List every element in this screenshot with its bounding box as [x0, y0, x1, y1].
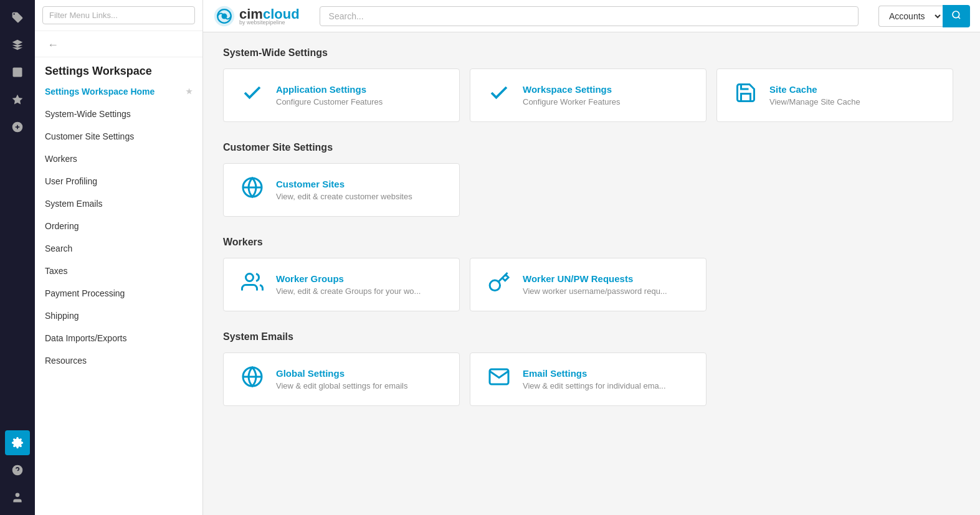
sidebar-filter-area [35, 0, 202, 31]
card-desc-2-0: View, edit & create Groups for your wo..… [276, 286, 421, 296]
filter-menu-input[interactable] [42, 6, 195, 24]
card-2-0[interactable]: Worker GroupsView, edit & create Groups … [223, 258, 460, 311]
card-1-0[interactable]: Customer SitesView, edit & create custom… [223, 163, 460, 217]
section-3: System EmailsGlobal SettingsView & edit … [223, 331, 960, 406]
svg-point-15 [953, 11, 959, 18]
sidebar-item[interactable]: Resources [35, 349, 202, 372]
settings-nav-icon[interactable] [5, 430, 30, 455]
logo: cimcloud by websitepipeline [213, 5, 300, 27]
checkmark-icon [485, 82, 513, 109]
sidebar-item[interactable]: Payment Processing [35, 282, 202, 305]
content-area: System-Wide SettingsApplication Settings… [203, 32, 980, 515]
cards-row-1: Customer SitesView, edit & create custom… [223, 163, 960, 217]
card-content-0-1: Workspace SettingsConfigure Worker Featu… [523, 84, 621, 106]
card-desc-0-0: Configure Customer Features [276, 97, 383, 106]
card-content-2-1: Worker UN/PW RequestsView worker usernam… [523, 273, 667, 296]
logo-icon [213, 5, 235, 27]
svg-point-11 [16, 493, 20, 498]
card-0-1[interactable]: Workspace SettingsConfigure Worker Featu… [470, 69, 706, 122]
floppy-icon [732, 82, 759, 109]
sidebar-item[interactable]: Workers [35, 148, 202, 170]
section-title-1: Customer Site Settings [223, 142, 960, 153]
key-icon [485, 271, 513, 298]
card-desc-3-0: View & edit global settings for emails [276, 381, 407, 390]
card-title-0-2: Site Cache [769, 84, 860, 95]
sidebar-title: Settings Workspace [35, 57, 202, 80]
sidebar-item[interactable]: Shipping [35, 305, 202, 327]
add-nav-icon[interactable] [5, 115, 30, 139]
card-title-0-0: Application Settings [276, 84, 383, 95]
section-0: System-Wide SettingsApplication Settings… [223, 47, 960, 122]
sidebar-back-button[interactable]: ← [42, 36, 64, 54]
sidebar-item[interactable]: Taxes [35, 260, 202, 282]
section-title-0: System-Wide Settings [223, 47, 960, 59]
section-1: Customer Site SettingsCustomer SitesView… [223, 142, 960, 217]
global-search-input[interactable] [320, 6, 859, 26]
section-title-3: System Emails [223, 331, 960, 343]
search-icon [951, 10, 961, 20]
card-0-2[interactable]: Site CacheView/Manage Site Cache [716, 69, 953, 122]
sidebar-item[interactable]: System-Wide Settings [35, 103, 202, 125]
cards-row-0: Application SettingsConfigure Customer F… [223, 69, 960, 122]
accounts-dropdown[interactable]: Accounts [878, 6, 943, 27]
svg-point-19 [246, 274, 254, 281]
section-2: WorkersWorker GroupsView, edit & create … [223, 237, 960, 311]
card-title-0-1: Workspace Settings [523, 84, 621, 95]
star-nav-icon[interactable] [5, 87, 30, 112]
card-2-1[interactable]: Worker UN/PW RequestsView worker usernam… [470, 258, 706, 311]
sidebar-item[interactable]: Customer Site Settings [35, 125, 202, 148]
sidebar-item[interactable]: User Profiling [35, 170, 202, 192]
card-desc-0-1: Configure Worker Features [523, 97, 621, 106]
card-3-0[interactable]: Global SettingsView & edit global settin… [223, 352, 460, 406]
card-desc-2-1: View worker username/password requ... [523, 286, 667, 296]
card-title-3-0: Global Settings [276, 368, 407, 379]
section-title-2: Workers [223, 237, 960, 248]
sidebar-item[interactable]: Settings Workspace Home★ [35, 80, 202, 103]
sidebar-menu: Settings Workspace Home★System-Wide Sett… [35, 80, 202, 515]
card-title-2-0: Worker Groups [276, 273, 421, 284]
globe-icon [239, 366, 266, 393]
accounts-select: Accounts [878, 5, 970, 27]
user-nav-icon[interactable] [5, 485, 30, 510]
card-title-2-1: Worker UN/PW Requests [523, 273, 667, 284]
card-0-0[interactable]: Application SettingsConfigure Customer F… [223, 69, 460, 122]
card-content-1-0: Customer SitesView, edit & create custom… [276, 179, 412, 201]
cards-row-3: Global SettingsView & edit global settin… [223, 352, 960, 406]
card-content-0-0: Application SettingsConfigure Customer F… [276, 84, 383, 106]
email-icon [485, 366, 513, 393]
tag-icon[interactable] [5, 5, 30, 30]
search-bar [320, 6, 859, 26]
search-button[interactable] [943, 5, 970, 27]
sidebar-nav-top: ← [35, 31, 202, 57]
card-title-1-0: Customer Sites [276, 179, 412, 189]
card-content-3-1: Email SettingsView & edit settings for i… [523, 368, 666, 390]
card-desc-1-0: View, edit & create customer websites [276, 192, 412, 201]
svg-line-16 [958, 17, 960, 19]
card-content-2-0: Worker GroupsView, edit & create Groups … [276, 273, 421, 296]
favorite-star-icon[interactable]: ★ [186, 87, 193, 96]
cards-row-2: Worker GroupsView, edit & create Groups … [223, 258, 960, 311]
card-3-1[interactable]: Email SettingsView & edit settings for i… [470, 352, 706, 406]
sidebar: ← Settings Workspace Settings Workspace … [35, 0, 203, 515]
layers-icon[interactable] [5, 32, 30, 57]
checkmark-icon [239, 82, 266, 109]
sidebar-item[interactable]: Ordering [35, 215, 202, 237]
globe-icon [239, 176, 266, 204]
sidebar-item[interactable]: System Emails [35, 192, 202, 215]
card-title-3-1: Email Settings [523, 368, 666, 379]
top-header: cimcloud by websitepipeline Accounts [203, 0, 980, 32]
help-nav-icon[interactable] [5, 458, 30, 483]
card-desc-0-2: View/Manage Site Cache [769, 97, 860, 106]
content-icon[interactable] [5, 60, 30, 85]
sidebar-item[interactable]: Data Imports/Exports [35, 327, 202, 349]
svg-rect-0 [13, 68, 22, 77]
group-icon [239, 271, 266, 298]
svg-marker-4 [12, 95, 23, 105]
card-content-0-2: Site CacheView/Manage Site Cache [769, 84, 860, 106]
main-content: cimcloud by websitepipeline Accounts Sys… [203, 0, 980, 515]
card-desc-3-1: View & edit settings for individual ema.… [523, 381, 666, 390]
icon-bar [0, 0, 35, 515]
sidebar-item[interactable]: Search [35, 237, 202, 260]
card-content-3-0: Global SettingsView & edit global settin… [276, 368, 407, 390]
